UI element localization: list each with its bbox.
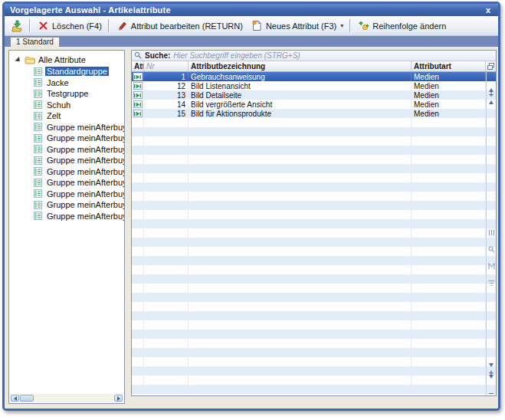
grid-cell-nr: 1 [144, 72, 189, 81]
tab-standard[interactable]: 1 Standard [10, 37, 60, 47]
grid-filler-row [132, 238, 496, 247]
grid-row[interactable]: 1 Gebrauchsanweisung Medien [132, 72, 496, 81]
scroll-up-icon[interactable] [489, 100, 494, 104]
attribute-group-icon [34, 179, 42, 187]
grid-filler-row [132, 357, 496, 366]
scroll-right-icon[interactable] [114, 395, 123, 402]
grid-filler-row [132, 192, 496, 201]
tree-root-all-attributes[interactable]: Alle Attribute [9, 54, 124, 66]
find-icon[interactable] [488, 242, 495, 256]
grid-filler-row [132, 118, 496, 127]
scroll-down-icon[interactable] [489, 363, 494, 367]
grid-row[interactable]: 13 Bild Detailseite Medien [132, 90, 496, 100]
column-chooser-icon[interactable] [486, 61, 496, 71]
scrollbar-thumb[interactable] [20, 395, 34, 402]
media-attribute-icon [133, 82, 143, 90]
grid-filler-row [132, 219, 496, 228]
tree-item[interactable]: Zelt [9, 110, 124, 122]
tree-item[interactable]: Standardgruppe [9, 66, 124, 77]
scroll-to-top-icon[interactable] [489, 74, 494, 89]
tree-item-label: Schuh [45, 100, 72, 110]
toolbar: Löschen (F4) Attribut bearbeiten (RETURN… [5, 16, 498, 36]
tree-item[interactable]: Gruppe meinAfterbuy ART00075 [9, 144, 124, 156]
grid-cell-name: Bild für Aktionsprodukte [189, 109, 412, 118]
grid-nav-bottom-group: + [489, 363, 494, 395]
tree-item[interactable]: Jacke [9, 77, 124, 89]
media-attribute-icon [133, 100, 143, 108]
scroll-left-icon[interactable] [11, 395, 19, 402]
media-attribute-icon [133, 73, 143, 80]
toolbar-separator [108, 19, 110, 32]
attribute-group-tree: Alle Attribute Standardgrup [9, 51, 124, 221]
grid-filler-row [132, 201, 496, 210]
grid-filler-row [132, 376, 496, 385]
tree-item-label: Testgruppe [45, 89, 90, 98]
column-header-nr[interactable]: Nr [144, 61, 189, 71]
grid-filler-row [132, 136, 496, 146]
apply-button[interactable] [7, 18, 27, 34]
tree-item[interactable]: Schuh [9, 100, 124, 111]
grid-row[interactable]: 14 Bild vergrößerte Ansicht Medien [132, 100, 496, 109]
edit-pen-icon [116, 20, 128, 32]
tree-item[interactable]: Gruppe meinAfterbuy ART00081 [9, 199, 124, 211]
tree-item-label: Gruppe meinAfterbuy ART00079 [45, 178, 125, 187]
column-header-attributbezeichnung[interactable]: Attributbezeichnung [189, 61, 412, 71]
tree-item[interactable]: Gruppe meinAfterbuy ART00078 [9, 166, 124, 178]
scroll-to-bottom-icon[interactable] [489, 379, 494, 394]
grid-filler-row [132, 173, 496, 182]
delete-button[interactable]: Löschen (F4) [33, 18, 106, 34]
column-header-attributart[interactable]: Attributart [412, 61, 486, 71]
tree-expander-icon[interactable] [15, 56, 21, 63]
attribute-group-icon [34, 112, 42, 120]
grid-filler-row [132, 182, 496, 192]
grid-filler-row [132, 385, 496, 394]
edit-attribute-button[interactable]: Attribut bearbeiten (RETURN) [112, 18, 247, 34]
grid-filler-row [132, 256, 496, 265]
attribute-group-icon [34, 78, 42, 87]
grid-filler-row [132, 311, 496, 320]
attribute-grid-panel: Suche: Hier Suchbegriff eingeben (STRG+S… [131, 50, 497, 396]
grid-cell-att [132, 72, 144, 81]
grid-body: 1 Gebrauchsanweisung Medien [132, 72, 496, 395]
grid-row[interactable]: 12 Bild Listenansicht Medien [132, 81, 496, 90]
content-area: Alle Attribute Standardgrup [5, 47, 498, 409]
column-header-att[interactable]: Att [132, 61, 144, 71]
grid-filler-row [132, 146, 496, 155]
toolbar-separator [29, 19, 31, 32]
search-placeholder[interactable]: Hier Suchbegriff eingeben (STRG+S) [173, 51, 300, 60]
tree-horizontal-scrollbar[interactable] [10, 394, 123, 402]
edit-attribute-button-label: Attribut bearbeiten (RETURN) [131, 21, 243, 31]
tree-children: Standardgruppe Jacke [9, 66, 124, 221]
tree-item[interactable]: Testgruppe [9, 88, 124, 100]
reorder-button[interactable]: Reihenfolge ändern [353, 18, 450, 34]
grid-cell-name: Gebrauchsanweisung [189, 72, 412, 81]
grid-filler-row [132, 330, 496, 339]
new-page-icon [251, 20, 263, 32]
grid-cell-nr: 14 [144, 100, 189, 109]
filter-icon[interactable] [488, 276, 495, 290]
nav-plus-top-icon[interactable]: + [489, 92, 494, 97]
grid-nav-top-group: + [489, 72, 494, 104]
toolbar-separator [349, 19, 351, 32]
tree-item[interactable]: Gruppe meinAfterbuy ART00080 [9, 189, 124, 200]
grid-row[interactable]: 15 Bild für Aktionsprodukte Medien [132, 109, 496, 118]
chevron-down-icon[interactable]: ▾ [340, 22, 343, 29]
columns-icon[interactable] [488, 225, 495, 239]
grid-cell-art: Medien [412, 100, 486, 109]
attribute-group-icon [34, 134, 42, 143]
tree-item[interactable]: Gruppe meinAfterbuy ART00074 [9, 133, 124, 144]
grid-cell-name: Bild Detailseite [189, 90, 412, 100]
grid-cell-nr: 13 [144, 90, 189, 100]
close-icon[interactable]: x [484, 5, 493, 15]
tree-item[interactable]: Gruppe meinAfterbuy ART00073 [9, 122, 124, 133]
summary-icon[interactable] [488, 259, 495, 273]
tree-item[interactable]: Gruppe meinAfterbuy ART00076 [9, 155, 124, 166]
attribute-group-tree-panel: Alle Attribute Standardgrup [8, 50, 125, 404]
tree-item-label: Gruppe meinAfterbuy ART00080 [45, 189, 125, 199]
attribute-group-icon [34, 67, 42, 76]
grid-search-bar[interactable]: Suche: Hier Suchbegriff eingeben (STRG+S… [132, 51, 496, 61]
tree-item[interactable]: Gruppe meinAfterbuy ART00079 [9, 177, 124, 189]
new-attribute-button[interactable]: Neues Attribut (F3) ▾ [247, 18, 347, 34]
tree-item[interactable]: Gruppe meinAfterbuy ART00082 [9, 211, 124, 222]
tree-item-label: Standardgruppe [45, 67, 109, 76]
